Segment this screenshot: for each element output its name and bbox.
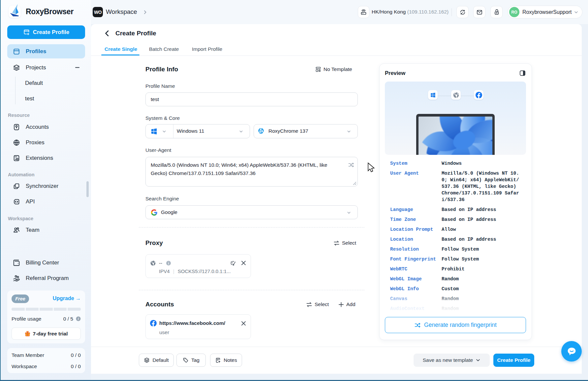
svg-text:i: i xyxy=(78,317,79,321)
